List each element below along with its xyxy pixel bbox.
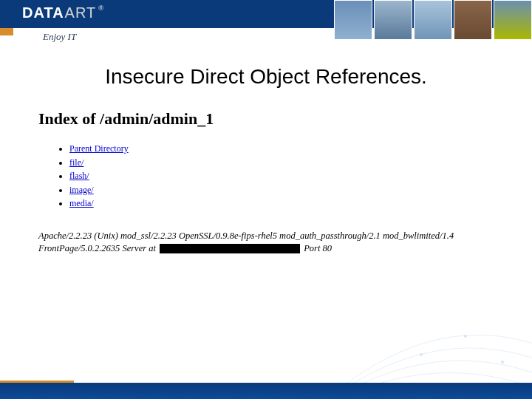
header-tile — [414, 0, 452, 40]
directory-link[interactable]: file/ — [69, 157, 83, 168]
list-item: flash/ — [69, 169, 494, 183]
redacted-hostname — [160, 244, 300, 253]
header-image-tiles — [334, 0, 532, 40]
logo-text-secondary: ART — [65, 4, 97, 21]
directory-index-heading: Index of /admin/admin_1 — [38, 109, 494, 129]
svg-point-1 — [464, 335, 467, 338]
slide-header: DATA ART ® Enjoy IT — [0, 0, 532, 47]
header-tile — [454, 0, 492, 40]
server-text-part2: Port 80 — [301, 243, 332, 253]
list-item: file/ — [69, 156, 494, 170]
server-signature: Apache/2.2.23 (Unix) mod_ssl/2.2.23 Open… — [38, 230, 494, 255]
brand-logo: DATA ART ® — [22, 4, 104, 21]
directory-link[interactable]: flash/ — [69, 171, 89, 181]
brand-tagline: Enjoy IT — [43, 28, 76, 43]
svg-point-0 — [420, 353, 423, 356]
list-item: Parent Directory — [69, 142, 494, 156]
slide-title: Insecure Direct Object References. — [0, 65, 532, 89]
decorative-swirl — [310, 266, 532, 399]
header-accent — [0, 28, 13, 35]
logo-text-primary: DATA — [22, 4, 64, 21]
directory-link-parent[interactable]: Parent Directory — [69, 143, 129, 154]
header-tile — [334, 0, 372, 40]
header-tile — [374, 0, 412, 40]
directory-listing: Parent Directory file/ flash/ image/ med… — [38, 142, 494, 211]
list-item: media/ — [69, 197, 494, 211]
directory-link[interactable]: image/ — [69, 185, 94, 195]
slide-footer — [0, 383, 532, 399]
slide-content: Index of /admin/admin_1 Parent Directory… — [0, 109, 532, 255]
header-tile — [494, 0, 532, 40]
registered-mark: ® — [98, 4, 104, 12]
list-item: image/ — [69, 183, 494, 197]
svg-point-2 — [501, 361, 504, 364]
directory-link[interactable]: media/ — [69, 198, 94, 208]
